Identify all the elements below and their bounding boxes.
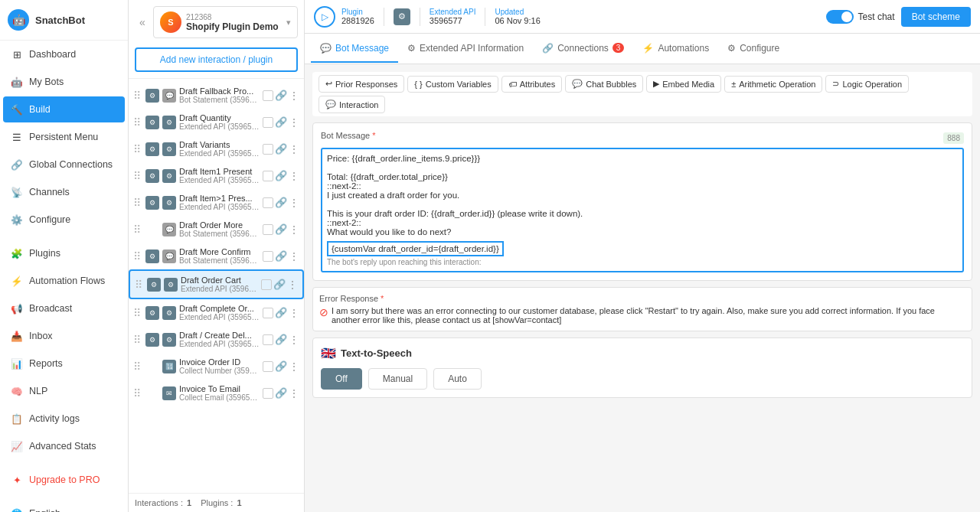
more-icon[interactable]: ⋮ [289,143,299,155]
link-icon[interactable]: 🔗 [273,279,286,290]
bot-scheme-button[interactable]: Bot scheme [901,7,971,27]
checkbox[interactable] [263,90,273,101]
checkbox[interactable] [263,388,273,399]
drag-handle[interactable]: ⠿ [133,250,142,263]
drag-handle[interactable]: ⠿ [133,387,142,399]
custom-var-highlight[interactable]: {customVar draft_order_id={draft_order.i… [327,241,504,256]
add-interaction-button[interactable]: Add new interaction / plugin [135,47,298,72]
more-icon[interactable]: ⋮ [287,279,298,291]
item-gear-icon[interactable]: ⚙ [145,116,159,129]
tab-connections[interactable]: 🔗 Connections 3 [533,35,633,63]
test-chat-toggle[interactable]: Test chat [826,10,895,24]
sidebar-item-global-connections[interactable]: 🔗 Global Connections [3,152,125,178]
tab-bot-message[interactable]: 💬 Bot Message [311,35,398,63]
message-content-area[interactable]: Price: {{draft_order.line_items.9.price}… [321,148,964,272]
link-icon[interactable]: 🔗 [275,223,287,235]
sidebar-item-channels[interactable]: 📡 Channels [3,179,125,205]
drag-handle[interactable]: ⠿ [133,143,142,155]
more-icon[interactable]: ⋮ [289,90,299,102]
more-icon[interactable]: ⋮ [289,223,299,236]
interaction-item-3596572[interactable]: ⠿ ⚙ ⚙ Draft Variants Extended API (35965… [129,135,304,162]
more-icon[interactable]: ⋮ [289,197,299,209]
interaction-btn[interactable]: 💬 Interaction [318,96,385,113]
drag-handle[interactable]: ⠿ [133,197,142,209]
attributes-btn[interactable]: 🏷 Attributes [501,76,562,93]
checkbox[interactable] [263,224,273,235]
bot-selector[interactable]: S 212368 Shopify Plugin Demo ▾ [153,6,298,38]
interaction-item-3596581[interactable]: ⠿ ✉ Invoice To Email Collect Email (3596… [129,380,304,406]
interaction-item-3596575[interactable]: ⠿ 💬 Draft Order More Bot Statement (3596… [129,216,304,243]
drag-handle[interactable]: ⠿ [133,334,142,346]
link-icon[interactable]: 🔗 [275,250,287,262]
checkbox[interactable] [263,171,273,181]
tts-off-btn[interactable]: Off [321,368,362,390]
drag-handle[interactable]: ⠿ [135,279,144,291]
prior-responses-btn[interactable]: ↩ Prior Responses [318,75,404,93]
tts-auto-btn[interactable]: Auto [433,368,482,390]
item-gear-icon[interactable]: ⚙ [145,89,159,103]
sidebar-item-persistent-menu[interactable]: ☰ Persistent Menu [3,124,125,150]
item-gear-icon[interactable]: ⚙ [145,249,159,263]
interaction-item-3596577[interactable]: ⠿ ⚙ ⚙ Draft Order Cart Extended API (359… [129,269,304,299]
link-icon[interactable]: 🔗 [275,143,287,155]
checkbox[interactable] [261,279,272,290]
drag-handle[interactable]: ⠿ [133,170,142,182]
interaction-item-3596579[interactable]: ⠿ ⚙ ⚙ Draft / Create Del... Extended API… [129,326,304,353]
interaction-item-3596573[interactable]: ⠿ ⚙ ⚙ Draft Item1 Present Extended API (… [129,162,304,189]
item-gear-icon[interactable]: ⚙ [145,196,159,210]
more-icon[interactable]: ⋮ [289,387,299,399]
sidebar-item-automation-flows[interactable]: ⚡ Automation Flows [3,268,125,294]
tab-automations[interactable]: ⚡ Automations [633,35,718,63]
sidebar-item-advanced-stats[interactable]: 📈 Advanced Stats [3,433,125,459]
sidebar-item-plugins[interactable]: 🧩 Plugins [3,240,125,266]
toggle-switch[interactable] [826,10,854,24]
checkbox[interactable] [263,144,273,155]
sidebar-item-build[interactable]: 🔨 Build [3,96,125,122]
interaction-item-3596580[interactable]: ⠿ 🔢 Invoice Order ID Collect Number (359… [129,353,304,380]
sidebar-item-upgrade[interactable]: ✦ Upgrade to PRO [3,467,125,493]
chat-bubbles-btn[interactable]: 💬 Chat Bubbles [565,75,643,93]
nav-collapse-btn[interactable]: « [135,15,150,30]
more-icon[interactable]: ⋮ [289,250,299,263]
checkbox[interactable] [263,308,273,318]
sidebar-item-configure[interactable]: ⚙️ Configure [3,207,125,233]
item-gear-icon[interactable]: ⚙ [145,333,159,347]
link-icon[interactable]: 🔗 [275,116,287,128]
error-text[interactable]: ⊘ I am sorry but there was an error conn… [319,306,965,324]
checkbox[interactable] [263,334,273,345]
link-icon[interactable]: 🔗 [275,334,287,345]
checkbox[interactable] [263,251,273,262]
interaction-item-3596578[interactable]: ⠿ ⚙ ⚙ Draft Complete Or... Extended API … [129,299,304,326]
drag-handle[interactable]: ⠿ [133,90,142,102]
sidebar-item-inbox[interactable]: 📥 Inbox [3,323,125,349]
more-icon[interactable]: ⋮ [289,307,299,319]
checkbox[interactable] [263,117,273,128]
embed-media-btn[interactable]: ▶ Embed Media [646,75,721,93]
drag-handle[interactable]: ⠿ [133,307,142,319]
more-icon[interactable]: ⋮ [289,116,299,129]
sidebar-item-dashboard[interactable]: ⊞ Dashboard [3,41,125,67]
drag-handle[interactable]: ⠿ [133,223,142,236]
sidebar-item-mybots[interactable]: 🤖 My Bots [3,69,125,95]
custom-variables-btn[interactable]: { } Custom Variables [407,76,498,93]
sidebar-item-activity-logs[interactable]: 📋 Activity logs [3,406,125,432]
tab-extended-api[interactable]: ⚙ Extended API Information [398,35,533,63]
tts-manual-btn[interactable]: Manual [368,368,427,390]
sidebar-item-nlp[interactable]: 🧠 NLP [3,378,125,404]
item-gear-icon[interactable]: ⚙ [147,278,161,292]
item-gear-icon[interactable]: ⚙ [145,306,159,320]
item-gear-icon[interactable]: ⚙ [145,169,159,183]
drag-handle[interactable]: ⠿ [133,360,142,373]
link-icon[interactable]: 🔗 [275,307,287,318]
interaction-item-3596576[interactable]: ⠿ ⚙ 💬 Draft More Confirm Bot Statement (… [129,243,304,269]
interaction-item-3596570[interactable]: ⠿ ⚙ 💬 Draft Fallback Pro... Bot Statemen… [129,82,304,109]
sidebar-item-english[interactable]: 🌐 English ▾ [3,501,125,512]
settings-gear[interactable]: ⚙ [394,8,410,25]
tab-configure[interactable]: ⚙ Configure [718,35,789,63]
logic-operation-btn[interactable]: ⊃ Logic Operation [825,75,909,93]
sidebar-item-broadcast[interactable]: 📢 Broadcast [3,295,125,321]
drag-handle[interactable]: ⠿ [133,116,142,129]
more-icon[interactable]: ⋮ [289,334,299,346]
interaction-item-3596571[interactable]: ⠿ ⚙ ⚙ Draft Quantity Extended API (35965… [129,109,304,135]
more-icon[interactable]: ⋮ [289,170,299,182]
